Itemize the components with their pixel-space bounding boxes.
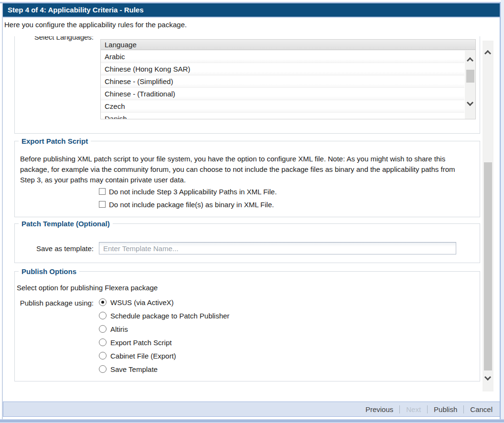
radio-icon[interactable] xyxy=(99,312,107,319)
radio-option-save-template[interactable]: Save Template xyxy=(99,364,158,374)
patch-template-legend: Patch Template (Optional) xyxy=(19,219,113,228)
checkbox-row-package-binary[interactable]: Do not include package file(s) as binary… xyxy=(99,200,274,209)
export-patch-script-legend: Export Patch Script xyxy=(19,137,91,146)
button-separator xyxy=(427,405,428,413)
radio-option-label: Save Template xyxy=(110,365,158,373)
window-border-right-outer xyxy=(501,0,504,423)
radio-option-patch-publisher[interactable]: Schedule package to Patch Publisher xyxy=(99,311,229,320)
checkbox-label: Do not include package file(s) as binary… xyxy=(109,201,274,209)
wizard-title: Step 4 of 4: Applicability Criteria - Ru… xyxy=(8,6,144,14)
button-separator xyxy=(399,405,400,413)
radio-option-altiris[interactable]: Altiris xyxy=(99,324,128,334)
wizard-title-bar: Step 4 of 4: Applicability Criteria - Ru… xyxy=(3,3,500,17)
save-as-template-label: Save as template: xyxy=(14,244,94,253)
list-item[interactable]: Chinese - (Simplified) xyxy=(101,75,464,88)
button-separator xyxy=(463,405,464,413)
chevron-down-icon[interactable] xyxy=(484,374,491,381)
publish-package-using-label: Publish package using: xyxy=(14,299,94,307)
radio-icon[interactable] xyxy=(99,365,107,373)
publish-options-description: Select option for publishing Flexera pac… xyxy=(17,284,158,292)
content-scroll-area: Select Languages: Language Arabic Chines… xyxy=(3,36,482,401)
publish-button[interactable]: Publish xyxy=(433,405,458,413)
radio-option-label: Export Patch Script xyxy=(110,338,172,347)
export-patch-script-description: Before publishing XML patch script to yo… xyxy=(20,154,468,185)
list-item[interactable]: Arabic xyxy=(101,51,464,63)
radio-option-label: Schedule package to Patch Publisher xyxy=(110,312,229,320)
scrollbar-thumb[interactable] xyxy=(466,70,474,83)
previous-button[interactable]: Previous xyxy=(365,405,394,413)
radio-icon[interactable] xyxy=(99,298,107,306)
radio-option-export-patch-script[interactable]: Export Patch Script xyxy=(99,338,172,347)
radio-option-label: WSUS (via ActiveX) xyxy=(110,298,174,307)
chevron-up-icon[interactable] xyxy=(484,50,491,57)
checkbox-icon[interactable] xyxy=(99,201,106,208)
language-listbox[interactable]: Language Arabic Chinese (Hong Kong SAR) … xyxy=(100,39,476,119)
radio-option-cabinet-file[interactable]: Cabinet File (Export) xyxy=(99,351,176,360)
wizard-dialog: Step 4 of 4: Applicability Criteria - Ru… xyxy=(0,0,504,423)
radio-option-wsus[interactable]: WSUS (via ActiveX) xyxy=(99,297,174,307)
chevron-up-icon[interactable] xyxy=(467,57,473,64)
checkbox-icon[interactable] xyxy=(99,188,106,195)
radio-option-label: Cabinet File (Export) xyxy=(110,352,176,360)
checkbox-label: Do not include Step 3 Applicability Path… xyxy=(109,188,277,196)
list-item[interactable]: Chinese - (Traditional) xyxy=(101,88,464,100)
radio-icon[interactable] xyxy=(99,352,107,360)
checkbox-row-applicability-paths[interactable]: Do not include Step 3 Applicability Path… xyxy=(99,187,277,196)
publish-options-legend: Publish Options xyxy=(19,267,79,276)
radio-icon[interactable] xyxy=(99,338,107,346)
language-list-scrollbar[interactable] xyxy=(465,51,475,119)
next-button[interactable]: Next xyxy=(405,405,422,413)
chevron-down-icon[interactable] xyxy=(467,99,473,106)
wizard-subtitle: Here you configure the applicability rul… xyxy=(4,21,187,29)
select-languages-label: Select Languages: xyxy=(11,36,94,41)
language-rows: Arabic Chinese (Hong Kong SAR) Chinese -… xyxy=(101,51,464,119)
template-name-input[interactable] xyxy=(99,242,456,254)
language-column-header[interactable]: Language xyxy=(101,40,475,50)
radio-option-label: Altiris xyxy=(110,325,128,333)
list-item[interactable]: Czech xyxy=(101,100,464,113)
list-item[interactable]: Danish xyxy=(101,113,464,119)
radio-icon[interactable] xyxy=(99,325,107,333)
scrollbar-thumb[interactable] xyxy=(484,162,492,370)
titlebar-underline xyxy=(3,17,500,18)
main-scrollbar[interactable] xyxy=(483,41,493,391)
footer-button-bar: Previous Next Publish Cancel xyxy=(3,402,500,417)
list-item[interactable]: Chinese (Hong Kong SAR) xyxy=(101,63,464,75)
cancel-button[interactable]: Cancel xyxy=(469,405,493,413)
